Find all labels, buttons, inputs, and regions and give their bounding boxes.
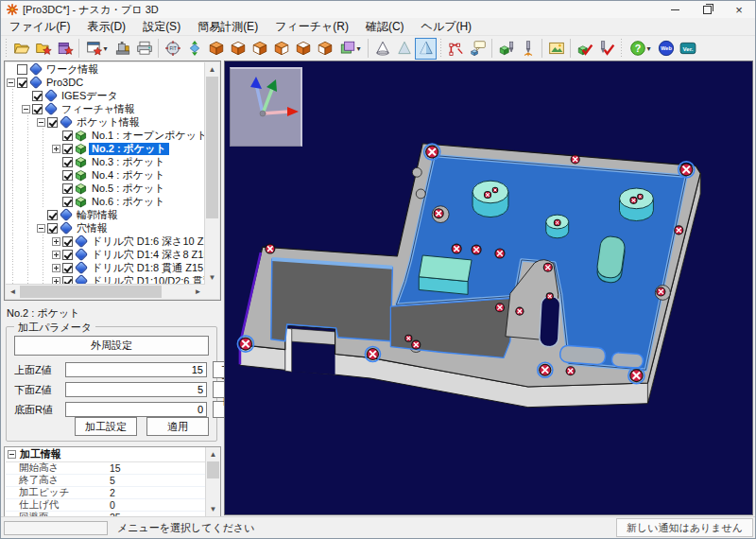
expand-icon[interactable]	[52, 264, 60, 272]
tree-item-label[interactable]: ドリル穴 D1:6 深さ10 Z15	[89, 235, 205, 248]
tree-item-label[interactable]: 穴情報	[74, 222, 111, 235]
view-front-button[interactable]	[249, 38, 270, 60]
tree-item-label[interactable]: ドリル穴 D1:8 貫通 Z15	[89, 262, 205, 274]
expand-icon[interactable]	[52, 145, 60, 153]
menu-item-5[interactable]: フィーチャ(R)	[266, 18, 357, 36]
tree-item-label[interactable]: ポケット情報	[74, 116, 143, 129]
3d-model-canvas[interactable]	[225, 61, 752, 514]
display-wireframe-button[interactable]	[371, 38, 393, 60]
menu-item-6[interactable]: 確認(C)	[357, 18, 413, 36]
print-button[interactable]	[133, 38, 155, 60]
machining-settings-button[interactable]: 加工設定	[75, 417, 137, 436]
tree-vertical-scrollbar[interactable]: ▲ ▼	[204, 62, 219, 285]
tree-checkbox[interactable]	[17, 78, 27, 88]
tree-item-label[interactable]: No.6 : ポケット	[89, 196, 167, 208]
tree-row[interactable]: ドリル穴 D1:4 深さ8 Z15	[6, 248, 205, 261]
tree-checkbox[interactable]	[47, 117, 58, 128]
toolbar-grip[interactable]	[438, 39, 443, 58]
collapse-icon[interactable]	[7, 78, 15, 87]
web-button[interactable]: Web	[655, 38, 677, 60]
collapse-icon[interactable]	[8, 450, 16, 459]
tree-row[interactable]: No.1 : オープンポケット	[6, 129, 205, 142]
simulation-button[interactable]	[495, 38, 517, 60]
import-file-button[interactable]	[32, 38, 54, 60]
param-input[interactable]	[65, 362, 207, 377]
minimize-button[interactable]	[659, 1, 691, 18]
tree-row[interactable]: 穴情報	[6, 221, 205, 235]
new-window-button[interactable]: ▾	[82, 38, 112, 60]
capture-image-button[interactable]	[545, 38, 567, 60]
tree-checkbox[interactable]	[32, 91, 43, 101]
tree-checkbox[interactable]	[62, 250, 73, 260]
feature-path-button[interactable]	[445, 38, 467, 60]
tree-row[interactable]: ポケット情報	[6, 115, 205, 129]
tree-row[interactable]: ドリル穴 D1:8 貫通 Z15	[6, 261, 205, 274]
scroll-down-icon[interactable]: ▼	[206, 502, 220, 516]
menu-item-2[interactable]: 表示(D)	[78, 18, 134, 36]
version-button[interactable]: Ver.	[677, 38, 698, 60]
tree-item-label[interactable]: No.5 : ポケット	[89, 183, 167, 195]
menu-item-1[interactable]: ファイル(F)	[1, 18, 78, 36]
machine-setup-button[interactable]	[112, 38, 133, 60]
tree-checkbox[interactable]	[47, 210, 58, 220]
tree-row[interactable]: No.5 : ポケット	[6, 182, 205, 195]
tree-item-label[interactable]: フィーチャ情報	[59, 103, 138, 115]
tree-row[interactable]: No.2 : ポケット	[6, 142, 205, 155]
tree-checkbox[interactable]	[62, 157, 73, 167]
tree-checkbox[interactable]	[62, 197, 73, 207]
feature-info-button[interactable]	[467, 38, 489, 60]
grid-vertical-scrollbar[interactable]: ▲ ▼	[205, 447, 220, 516]
notification-button[interactable]: 新しい通知はありません	[616, 518, 753, 537]
tree-row[interactable]: No.4 : ポケット	[6, 168, 205, 182]
tree-item-label[interactable]: No.2 : ポケット	[89, 143, 169, 155]
tree-row[interactable]: No.3 : ポケット	[6, 155, 205, 168]
display-hidden-line-button[interactable]	[393, 38, 415, 60]
tree-checkbox[interactable]	[47, 223, 58, 234]
tree-checkbox[interactable]	[62, 236, 73, 247]
axis-orientation-widget[interactable]	[230, 67, 302, 147]
verify-model-button[interactable]	[574, 38, 595, 60]
close-button[interactable]: ×	[723, 1, 755, 18]
tree-item-label[interactable]: No.1 : オープンポケット	[89, 130, 205, 142]
tree-item-label[interactable]: No.3 : ポケット	[89, 156, 167, 168]
view-right-button[interactable]	[270, 38, 292, 60]
tree-row[interactable]: ドリル穴 D1:6 深さ10 Z15	[6, 235, 205, 248]
save-file-button[interactable]	[54, 38, 76, 60]
tree-checkbox[interactable]	[62, 170, 73, 181]
tree-checkbox[interactable]	[17, 64, 27, 75]
tool-check-run-button[interactable]	[517, 38, 539, 60]
toolbar-grip[interactable]	[619, 39, 624, 58]
verify-tool-button[interactable]	[595, 38, 617, 60]
view-back-button[interactable]	[292, 38, 314, 60]
tree-checkbox[interactable]	[62, 144, 73, 154]
tree-item-label[interactable]: Pro3DC	[43, 77, 86, 89]
param-input[interactable]	[65, 402, 207, 417]
expand-icon[interactable]	[52, 237, 60, 246]
tree-item-label[interactable]: IGESデータ	[59, 90, 121, 102]
tree-checkbox[interactable]	[62, 183, 73, 194]
restore-button[interactable]	[691, 1, 723, 18]
apply-button[interactable]: 適用	[146, 417, 209, 436]
tree-item-label[interactable]: No.4 : ポケット	[89, 169, 167, 182]
view-top-button[interactable]	[227, 38, 249, 60]
scroll-left-icon[interactable]: ◄	[6, 285, 20, 299]
scroll-up-icon[interactable]: ▲	[206, 447, 220, 461]
tree-horizontal-scrollbar[interactable]: ◄ ►	[6, 284, 205, 299]
tree-row[interactable]: Pro3DC	[6, 76, 205, 89]
param-input[interactable]	[65, 382, 207, 397]
expand-icon[interactable]	[52, 251, 60, 259]
collapse-icon[interactable]	[37, 224, 45, 233]
toolbar-grip[interactable]	[4, 39, 9, 58]
tree-row[interactable]: No.6 : ポケット	[6, 195, 205, 208]
view-bottom-button[interactable]	[314, 38, 335, 60]
open-file-button[interactable]	[10, 38, 32, 60]
tree-checkbox[interactable]	[32, 104, 43, 114]
collapse-icon[interactable]	[37, 118, 45, 127]
view-list-button[interactable]: ▾	[335, 38, 365, 60]
tree-row[interactable]: ワーク情報	[6, 62, 205, 76]
menu-item-4[interactable]: 簡易計測(E)	[189, 18, 266, 36]
tree-row[interactable]: IGESデータ	[6, 89, 205, 102]
tree-item-label[interactable]: 輪郭情報	[74, 209, 121, 221]
scroll-up-icon[interactable]: ▲	[205, 62, 219, 77]
scroll-right-icon[interactable]: ►	[191, 285, 205, 299]
